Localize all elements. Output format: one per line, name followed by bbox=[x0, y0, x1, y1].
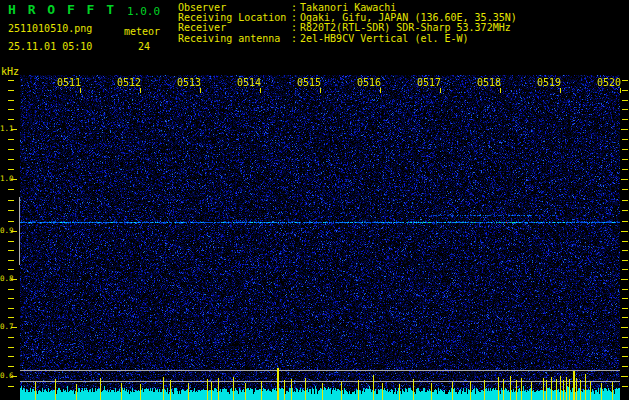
freq-tick-label: 1.1 bbox=[0, 125, 11, 133]
time-tick-mark bbox=[500, 88, 501, 93]
freq-minor-tick-right bbox=[622, 139, 628, 140]
freq-minor-tick-right bbox=[622, 269, 628, 270]
freq-tick-label: 0.9 bbox=[0, 227, 11, 235]
freq-minor-tick-right bbox=[622, 149, 628, 150]
time-tick-label: 0511 bbox=[57, 78, 83, 88]
time-tick-label: 0515 bbox=[297, 78, 323, 88]
freq-minor-tick-left bbox=[8, 200, 14, 201]
freq-minor-tick-right bbox=[622, 189, 628, 190]
freq-minor-tick-left bbox=[8, 308, 14, 309]
time-tick-mark bbox=[80, 88, 81, 93]
freq-minor-tick-left bbox=[8, 250, 14, 251]
echo-count-value: 24 bbox=[138, 41, 150, 52]
freq-minor-tick-right bbox=[622, 366, 628, 367]
freq-minor-tick-left bbox=[8, 241, 14, 242]
hrofft-spectrogram-screen: H R O F F T 1.0.0 2511010510.png meteor … bbox=[0, 0, 629, 400]
freq-minor-tick-left bbox=[8, 149, 14, 150]
time-tick-label: 0520 bbox=[597, 78, 623, 88]
output-filename: 2511010510.png bbox=[8, 23, 92, 34]
freq-minor-tick-left bbox=[8, 386, 14, 387]
freq-minor-tick-left bbox=[8, 269, 14, 270]
info-label: Receiving antenna bbox=[178, 34, 291, 44]
mode-label: meteor bbox=[124, 26, 160, 37]
freq-major-tick-right bbox=[621, 179, 628, 180]
info-value: 2el-HB9CV Vertical (el. E-W) bbox=[300, 34, 469, 44]
freq-minor-tick-right bbox=[622, 221, 628, 222]
freq-major-tick-left bbox=[11, 231, 17, 232]
app-title: H R O F F T bbox=[8, 2, 116, 17]
freq-minor-tick-left bbox=[8, 210, 14, 211]
freq-minor-tick-right bbox=[622, 80, 628, 81]
freq-minor-tick-right bbox=[622, 386, 628, 387]
time-tick-mark bbox=[380, 88, 381, 93]
time-tick-mark bbox=[200, 88, 201, 93]
freq-minor-tick-left bbox=[8, 337, 14, 338]
time-tick-label: 0516 bbox=[357, 78, 383, 88]
time-tick-mark bbox=[140, 88, 141, 93]
freq-minor-tick-right bbox=[622, 260, 628, 261]
time-tick-label: 0512 bbox=[117, 78, 143, 88]
freq-minor-tick-right bbox=[622, 347, 628, 348]
freq-minor-tick-left bbox=[8, 100, 14, 101]
time-tick-label: 0518 bbox=[477, 78, 503, 88]
freq-minor-tick-right bbox=[622, 200, 628, 201]
freq-tick-label: 0.8 bbox=[0, 275, 11, 283]
freq-minor-tick-left bbox=[8, 298, 14, 299]
freq-tick-label: 1.0 bbox=[0, 175, 11, 183]
freq-minor-tick-right bbox=[622, 159, 628, 160]
freq-minor-tick-right bbox=[622, 210, 628, 211]
freq-major-tick-right bbox=[621, 376, 628, 377]
freq-major-tick-left bbox=[11, 179, 17, 180]
freq-minor-tick-left bbox=[8, 109, 14, 110]
freq-minor-tick-right bbox=[622, 250, 628, 251]
freq-major-tick-left bbox=[11, 376, 17, 377]
observation-info-block: Observer:Takanori KawachiReceiving Locat… bbox=[178, 3, 517, 44]
freq-minor-tick-left bbox=[8, 80, 14, 81]
start-datetime: 25.11.01 05:10 bbox=[8, 41, 92, 52]
freq-major-tick-right bbox=[621, 231, 628, 232]
freq-minor-tick-left bbox=[8, 289, 14, 290]
freq-minor-tick-right bbox=[622, 100, 628, 101]
freq-minor-tick-right bbox=[622, 356, 628, 357]
freq-minor-tick-left bbox=[8, 347, 14, 348]
time-tick-label: 0514 bbox=[237, 78, 263, 88]
time-tick-mark bbox=[560, 88, 561, 93]
freq-minor-tick-right bbox=[622, 241, 628, 242]
freq-minor-tick-right bbox=[622, 298, 628, 299]
freq-minor-tick-left bbox=[8, 189, 14, 190]
time-tick-label: 0513 bbox=[177, 78, 203, 88]
time-tick-label: 0517 bbox=[417, 78, 443, 88]
time-tick-mark bbox=[440, 88, 441, 93]
freq-major-tick-right bbox=[621, 129, 628, 130]
freq-minor-tick-right bbox=[622, 90, 628, 91]
freq-minor-tick-right bbox=[622, 109, 628, 110]
info-colon: : bbox=[291, 34, 300, 44]
freq-minor-tick-left bbox=[8, 159, 14, 160]
freq-major-tick-left bbox=[11, 129, 17, 130]
freq-minor-tick-right bbox=[622, 119, 628, 120]
freq-minor-tick-left bbox=[8, 260, 14, 261]
freq-minor-tick-right bbox=[622, 169, 628, 170]
time-tick-mark bbox=[320, 88, 321, 93]
freq-minor-tick-left bbox=[8, 366, 14, 367]
freq-minor-tick-left bbox=[8, 169, 14, 170]
freq-minor-tick-right bbox=[622, 317, 628, 318]
time-tick-label: 0519 bbox=[537, 78, 563, 88]
freq-tick-label: 0.6 bbox=[0, 372, 11, 380]
freq-minor-tick-left bbox=[8, 356, 14, 357]
time-tick-mark bbox=[620, 88, 621, 93]
detection-band-marker bbox=[19, 197, 20, 265]
freq-minor-tick-left bbox=[8, 139, 14, 140]
time-tick-mark bbox=[260, 88, 261, 93]
freq-major-tick-left bbox=[11, 279, 17, 280]
freq-minor-tick-left bbox=[8, 119, 14, 120]
app-version: 1.0.0 bbox=[127, 5, 160, 18]
spectrogram-canvas bbox=[20, 75, 620, 400]
freq-minor-tick-right bbox=[622, 337, 628, 338]
freq-unit-label: kHz bbox=[1, 66, 19, 77]
freq-minor-tick-left bbox=[8, 221, 14, 222]
freq-tick-label: 0.7 bbox=[0, 323, 11, 331]
freq-major-tick-left bbox=[11, 327, 17, 328]
freq-major-tick-right bbox=[621, 279, 628, 280]
freq-minor-tick-right bbox=[622, 289, 628, 290]
